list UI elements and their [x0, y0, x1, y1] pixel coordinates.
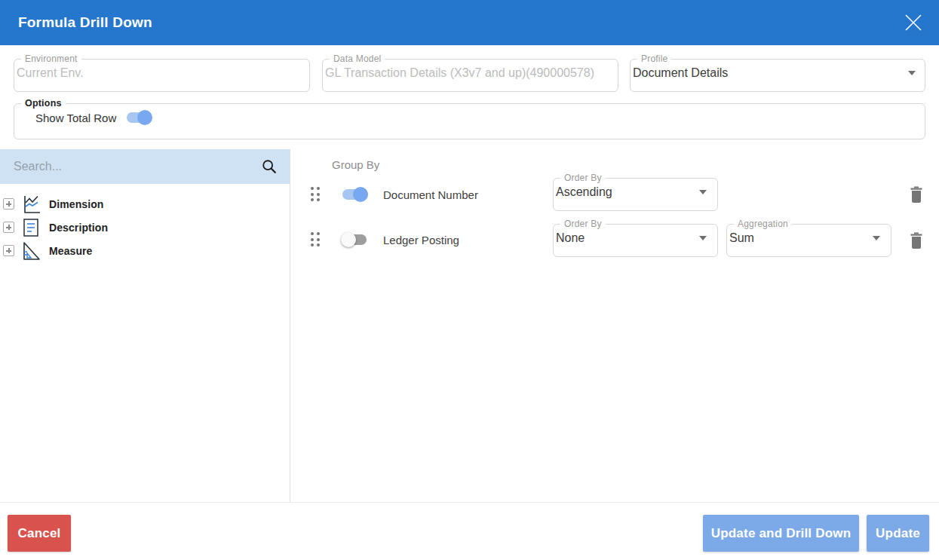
options-label: Options — [21, 98, 66, 109]
profile-select[interactable]: Profile Document Details — [630, 54, 925, 92]
group-row-toggle-ledger-posting[interactable] — [341, 232, 368, 247]
drag-handle-icon[interactable] — [311, 232, 321, 248]
tree-item-measure[interactable]: Measure — [0, 239, 290, 262]
document-lines-icon — [21, 218, 41, 237]
aggregation-select-ledger-posting[interactable]: Aggregation Sum — [726, 219, 891, 257]
close-button[interactable] — [901, 11, 925, 35]
data-model-input[interactable] — [323, 64, 618, 80]
profile-label: Profile — [637, 54, 671, 64]
expand-plus-icon[interactable] — [3, 222, 14, 233]
order-by-label: Order By — [560, 173, 606, 183]
order-by-select-ledger-posting[interactable]: Order By None — [553, 219, 718, 257]
trash-icon — [907, 185, 925, 204]
group-by-heading: Group By — [332, 158, 379, 171]
environment-label: Environment — [21, 54, 81, 64]
chevron-down-icon — [699, 190, 707, 194]
delete-row-button[interactable] — [907, 185, 925, 204]
toggle-knob — [341, 232, 356, 247]
field-tree: Dimension Description — [0, 184, 290, 262]
show-total-row-toggle[interactable] — [125, 110, 152, 125]
search-bar — [0, 149, 290, 184]
drag-handle-icon[interactable] — [311, 187, 321, 203]
expand-plus-icon[interactable] — [3, 198, 14, 210]
dialog-footer: Cancel Update and Drill Down Update — [0, 502, 939, 560]
profile-value: Document Details — [633, 66, 728, 80]
field-tree-panel: Dimension Description — [0, 149, 290, 502]
tree-item-label: Dimension — [49, 198, 103, 210]
set-square-icon — [21, 241, 41, 261]
expand-plus-icon[interactable] — [3, 245, 14, 256]
data-model-label: Data Model — [330, 54, 385, 64]
dialog-title: Formula Drill Down — [18, 14, 152, 31]
options-group: Options Show Total Row — [14, 98, 925, 139]
environment-input[interactable] — [14, 64, 309, 80]
toggle-knob — [137, 110, 152, 125]
close-icon — [904, 13, 923, 32]
search-icon[interactable] — [261, 158, 278, 175]
toggle-knob — [353, 187, 368, 202]
group-row-toggle-document-number[interactable] — [341, 187, 368, 202]
tree-item-label: Description — [49, 222, 108, 234]
formula-drill-down-dialog: Formula Drill Down Environment Data Mode… — [0, 0, 939, 560]
tree-item-description[interactable]: Description — [0, 216, 290, 239]
tree-item-dimension[interactable]: Dimension — [0, 192, 290, 216]
order-by-label: Order By — [560, 219, 606, 229]
update-and-drill-down-button[interactable]: Update and Drill Down — [703, 515, 859, 552]
order-by-value: Ascending — [556, 185, 612, 199]
update-button[interactable]: Update — [867, 515, 929, 552]
aggregation-label: Aggregation — [734, 219, 792, 229]
dialog-header: Formula Drill Down — [0, 0, 939, 45]
aggregation-value: Sum — [729, 231, 754, 245]
group-row-name: Ledger Posting — [383, 234, 459, 246]
group-row-name: Document Number — [383, 188, 478, 201]
cancel-button[interactable]: Cancel — [8, 515, 71, 552]
chevron-down-icon — [873, 236, 880, 240]
tree-item-label: Measure — [49, 245, 93, 257]
data-model-field: Data Model — [322, 54, 618, 92]
chevron-down-icon — [699, 236, 707, 240]
trash-icon — [907, 231, 925, 250]
chevron-down-icon — [908, 71, 916, 75]
search-input[interactable] — [14, 160, 261, 173]
order-by-value: None — [556, 231, 585, 245]
delete-row-button[interactable] — [907, 231, 925, 250]
show-total-row-label: Show Total Row — [35, 112, 116, 124]
line-chart-icon — [21, 194, 41, 214]
environment-field: Environment — [14, 54, 310, 92]
order-by-select-document-number[interactable]: Order By Ascending — [553, 173, 718, 211]
